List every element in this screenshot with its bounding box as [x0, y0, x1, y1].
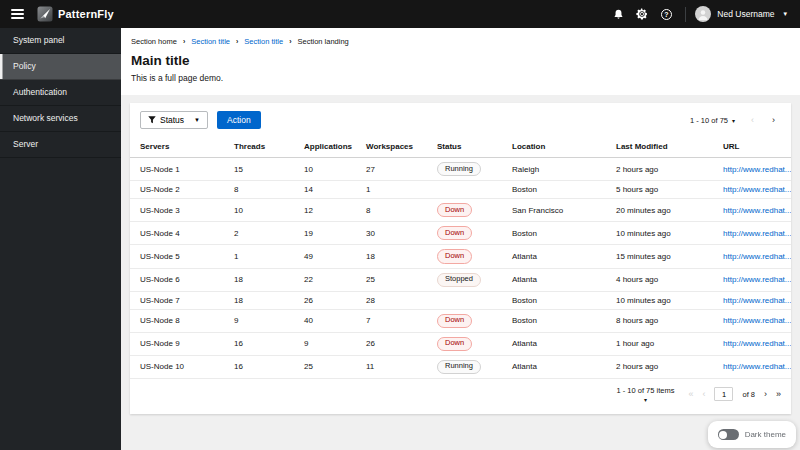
status-badge: Stopped — [437, 273, 481, 287]
dark-theme-label: Dark theme — [745, 430, 786, 439]
cell-url: http://www.redhat... — [713, 181, 791, 199]
cell-status: Down — [427, 199, 502, 222]
breadcrumb-item[interactable]: Section title — [191, 37, 230, 46]
bottom-pagination-menu[interactable]: 1 - 10 of 75 items ▾ — [617, 386, 675, 403]
cell-location: Atlanta — [502, 268, 606, 291]
brand[interactable]: PatternFly — [37, 6, 114, 22]
pagination-menu-caret-icon[interactable]: ▾ — [732, 117, 735, 124]
cell-url: http://www.redhat... — [713, 309, 791, 332]
sidebar-item-server[interactable]: Server — [0, 132, 121, 158]
cell-url: http://www.redhat... — [713, 158, 791, 181]
url-link[interactable]: http://www.redhat... — [723, 296, 791, 305]
table-row: US-Node 7182628Boston10 minutes agohttp:… — [130, 291, 791, 309]
cell-workspaces: 26 — [356, 332, 427, 355]
status-badge: Running — [437, 162, 481, 176]
status-badge: Running — [437, 360, 481, 374]
table-row: US-Node 916926DownAtlanta1 hour agohttp:… — [130, 332, 791, 355]
url-link[interactable]: http://www.redhat... — [723, 229, 791, 238]
user-name: Ned Username — [717, 9, 774, 19]
cell-status — [427, 181, 502, 199]
top-pagination-next-button[interactable]: › — [772, 115, 775, 125]
card-footer: 1 - 10 of 75 items ▾ « ‹ of 8 › » — [130, 379, 791, 414]
pagination-last-button[interactable]: » — [776, 389, 781, 399]
table-row: US-Node 421930DownBoston10 minutes agoht… — [130, 222, 791, 245]
url-link[interactable]: http://www.redhat... — [723, 165, 791, 174]
breadcrumb-separator-icon: › — [183, 38, 185, 45]
help-icon[interactable]: ? — [654, 0, 678, 28]
cell-workspaces: 25 — [356, 268, 427, 291]
cell-url: http://www.redhat... — [713, 245, 791, 268]
pagination-prev-button[interactable]: ‹ — [702, 389, 705, 399]
top-pagination-prev-button[interactable]: ‹ — [751, 115, 754, 125]
cell-location: Boston — [502, 222, 606, 245]
url-link[interactable]: http://www.redhat... — [723, 275, 791, 284]
pagination-next-button[interactable]: › — [764, 389, 767, 399]
cell-server: US-Node 10 — [130, 355, 224, 378]
cell-threads: 16 — [224, 332, 294, 355]
status-filter-dropdown[interactable]: Status ▼ — [140, 111, 208, 129]
page-body-section: Status ▼ Action 1 - 10 of 75 ▾ ‹ › Serve… — [121, 95, 800, 422]
cell-last-modified: 20 minutes ago — [606, 199, 713, 222]
table-row: US-Node 6182225StoppedAtlanta4 hours ago… — [130, 268, 791, 291]
dark-theme-toggle[interactable] — [718, 429, 739, 440]
sidebar-nav: System panelPolicyAuthenticationNetwork … — [0, 28, 121, 450]
cell-last-modified: 10 minutes ago — [606, 222, 713, 245]
cell-status: Down — [427, 222, 502, 245]
nav-toggle-icon[interactable] — [11, 9, 24, 19]
cell-status: Running — [427, 355, 502, 378]
url-link[interactable]: http://www.redhat... — [723, 252, 791, 261]
url-link[interactable]: http://www.redhat... — [723, 185, 791, 194]
avatar — [695, 6, 711, 22]
status-badge: Down — [437, 337, 472, 351]
cell-workspaces: 27 — [356, 158, 427, 181]
sidebar-item-authentication[interactable]: Authentication — [0, 80, 121, 106]
table-row: US-Node 310128DownSan Francisco20 minute… — [130, 199, 791, 222]
cell-status: Down — [427, 245, 502, 268]
column-header-workspaces: Workspaces — [356, 136, 427, 158]
cell-server: US-Node 5 — [130, 245, 224, 268]
cell-threads: 2 — [224, 222, 294, 245]
cell-location: San Francisco — [502, 199, 606, 222]
sidebar-item-system-panel[interactable]: System panel — [0, 28, 121, 54]
url-link[interactable]: http://www.redhat... — [723, 339, 791, 348]
breadcrumb-separator-icon: › — [236, 38, 238, 45]
sidebar-item-network-services[interactable]: Network services — [0, 106, 121, 132]
pagination-first-button[interactable]: « — [688, 389, 693, 399]
cell-last-modified: 2 hours ago — [606, 158, 713, 181]
column-header-status: Status — [427, 136, 502, 158]
table-row: US-Node 10162511RunningAtlanta2 hours ag… — [130, 355, 791, 378]
cell-threads: 8 — [224, 181, 294, 199]
masthead-divider — [685, 7, 686, 22]
cell-server: US-Node 4 — [130, 222, 224, 245]
cell-last-modified: 15 minutes ago — [606, 245, 713, 268]
cell-applications: 22 — [294, 268, 356, 291]
cell-applications: 14 — [294, 181, 356, 199]
action-button[interactable]: Action — [217, 111, 261, 129]
toggle-knob — [719, 431, 727, 439]
cell-threads: 18 — [224, 291, 294, 309]
cell-server: US-Node 9 — [130, 332, 224, 355]
cell-threads: 9 — [224, 309, 294, 332]
column-header-servers: Servers — [130, 136, 224, 158]
breadcrumb-item[interactable]: Section title — [244, 37, 283, 46]
page-subtitle: This is a full page demo. — [131, 73, 784, 83]
cell-url: http://www.redhat... — [713, 332, 791, 355]
cell-location: Atlanta — [502, 332, 606, 355]
table-row: US-Node 28141Boston5 hours agohttp://www… — [130, 181, 791, 199]
cell-server: US-Node 6 — [130, 268, 224, 291]
cell-url: http://www.redhat... — [713, 268, 791, 291]
user-menu[interactable]: Ned Username ▾ — [695, 6, 800, 22]
sidebar-item-policy[interactable]: Policy — [0, 54, 121, 80]
settings-gear-icon[interactable] — [630, 0, 654, 28]
url-link[interactable]: http://www.redhat... — [723, 316, 791, 325]
status-badge: Down — [437, 249, 472, 263]
url-link[interactable]: http://www.redhat... — [723, 206, 791, 215]
url-link[interactable]: http://www.redhat... — [723, 362, 791, 371]
pagination-menu-caret-icon: ▾ — [617, 396, 675, 403]
breadcrumb-item: Section landing — [297, 37, 348, 46]
notifications-bell-icon[interactable] — [606, 0, 630, 28]
filter-icon — [148, 116, 156, 124]
pagination-page-input[interactable] — [714, 387, 733, 401]
cell-location: Atlanta — [502, 245, 606, 268]
cell-location: Boston — [502, 291, 606, 309]
